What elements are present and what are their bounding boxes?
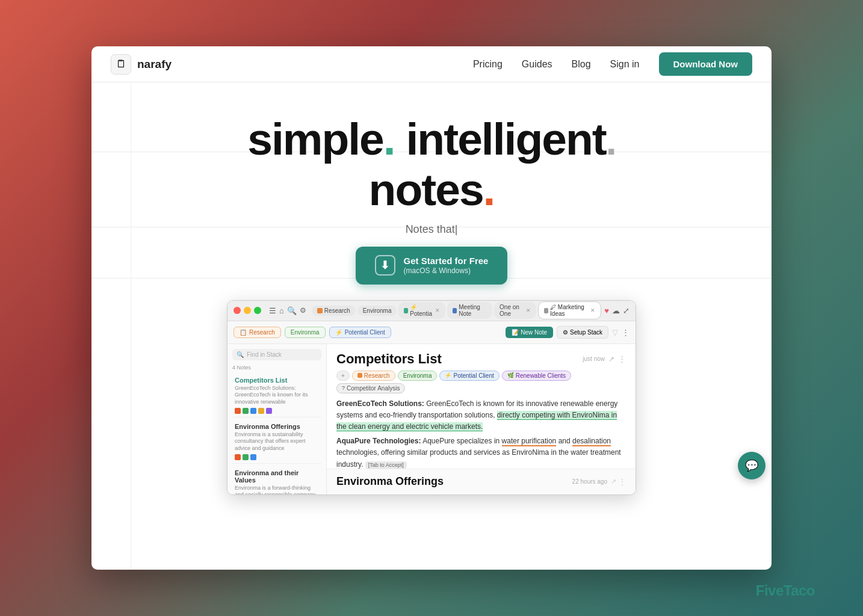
new-note-button[interactable]: 📝 New Note bbox=[506, 327, 553, 338]
list-item[interactable]: Competitors List GreenEcoTech Solutions:… bbox=[232, 374, 321, 417]
list-item[interactable]: Environma and their Values Environma is … bbox=[232, 466, 321, 494]
dot3: . bbox=[483, 164, 495, 215]
tb-icon-cloud: ☁ bbox=[612, 306, 620, 315]
app-tab-potentia[interactable]: ⚡ Potentia ✕ bbox=[398, 302, 445, 319]
sidebar-search[interactable]: 🔍 Find in Stack bbox=[232, 349, 321, 360]
get-started-button[interactable]: ⬇ Get Started for Free (macOS & Windows) bbox=[356, 247, 508, 285]
sidebar: 🔍 Find in Stack 4 Notes Competitors List… bbox=[227, 344, 327, 494]
tag-research[interactable]: Research bbox=[352, 371, 395, 381]
tab-accept-badge: [Tab to Accept] bbox=[365, 461, 407, 469]
stack-tag-environma[interactable]: Environma bbox=[285, 327, 326, 338]
stack-tag-research[interactable]: 📋 Research bbox=[234, 327, 281, 338]
app-tab-meeting[interactable]: Meeting Note bbox=[447, 302, 492, 319]
setup-label: Setup Stack bbox=[570, 329, 602, 336]
hero-word-intelligent: intelligent bbox=[406, 114, 606, 164]
note-content: Competitors List just now ↗ ⋮ + bbox=[327, 344, 636, 494]
aquapure-text2: technologies, offering similar products … bbox=[336, 448, 605, 457]
add-tag-button[interactable]: + bbox=[336, 371, 350, 381]
note-para-2: AquaPure Technologies: AquePure speciali… bbox=[336, 436, 626, 469]
setup-stack-button[interactable]: ⚙ Setup Stack bbox=[557, 326, 608, 339]
note-2-preview-strip[interactable]: Environma Offerings 22 hours ago ↗ ⋮ bbox=[327, 469, 636, 494]
new-note-icon: 📝 bbox=[512, 329, 519, 336]
hero-title-line1: simple. intelligent. bbox=[247, 116, 616, 163]
cta-main-text: Get Started for Free bbox=[404, 255, 489, 267]
tag-potential-client[interactable]: ⚡ Potential Client bbox=[439, 371, 499, 381]
toolbar-right: 📝 New Note ⚙ Setup Stack ▽ ⋮ bbox=[506, 326, 629, 339]
toolbar-icon-heart: ▽ bbox=[612, 328, 618, 337]
hero-title-line2: notes. bbox=[247, 166, 616, 214]
hero-word-notes: notes bbox=[369, 164, 483, 215]
tab-marketing-label: 🖊 Marketing Ideas bbox=[550, 304, 589, 317]
tb-icon-settings: ⚙ bbox=[300, 306, 306, 315]
logo-text: narafy bbox=[137, 58, 172, 71]
cta-sub-text: (macOS & Windows) bbox=[404, 266, 471, 276]
note-timestamp: just now bbox=[583, 356, 605, 362]
note-tags: + Research Environma ⚡ Potential Client … bbox=[336, 371, 626, 393]
hero-section: simple. intelligent. notes. Notes that| … bbox=[247, 116, 616, 285]
notes-count: 4 Notes bbox=[232, 365, 321, 371]
nav-guides[interactable]: Guides bbox=[522, 59, 552, 70]
traffic-light-green[interactable] bbox=[254, 307, 261, 314]
search-icon: 🔍 bbox=[237, 351, 244, 358]
note2-icon-more: ⋮ bbox=[619, 478, 626, 486]
stack-research-label: Research bbox=[249, 329, 275, 336]
chat-icon: 💬 bbox=[745, 459, 758, 472]
traffic-light-yellow[interactable] bbox=[244, 307, 251, 314]
nav-signin[interactable]: Sign in bbox=[610, 59, 640, 70]
note-icon-more: ⋮ bbox=[618, 354, 626, 363]
setup-icon: ⚙ bbox=[563, 329, 568, 336]
note-main-title: Competitors List bbox=[336, 351, 442, 367]
tag-renewable[interactable]: 🌿 Renewable Clients bbox=[502, 371, 571, 381]
dot1: . bbox=[383, 114, 395, 164]
bottom-brand: FiveTaco bbox=[756, 582, 815, 599]
app-tab-oneonone[interactable]: One on One ✕ bbox=[494, 302, 536, 319]
note2-timestamp: 22 hours ago bbox=[572, 478, 607, 485]
chat-bubble[interactable]: 💬 bbox=[738, 452, 766, 479]
tab-research-label: Research bbox=[324, 307, 350, 314]
app-screenshot: ☰ ⌂ 🔍 ⚙ Research Environma bbox=[227, 300, 636, 495]
tag-competitor[interactable]: ? Competitor Analysis bbox=[336, 383, 405, 393]
cta-text-container: Get Started for Free (macOS & Windows) bbox=[404, 255, 489, 276]
v-rule-left bbox=[131, 82, 131, 570]
download-now-button[interactable]: Download Now bbox=[659, 52, 753, 76]
app-toolbar: 📋 Research Environma ⚡ Potential Client … bbox=[227, 321, 636, 344]
tb-icon-expand: ⤢ bbox=[623, 306, 629, 315]
app-tab-environma[interactable]: Environma bbox=[357, 306, 397, 316]
nav-pricing[interactable]: Pricing bbox=[473, 59, 503, 70]
app-body: 🔍 Find in Stack 4 Notes Competitors List… bbox=[227, 344, 636, 494]
hero-subtitle: Notes that| bbox=[247, 223, 616, 236]
stack-tag-potential[interactable]: ⚡ Potential Client bbox=[329, 327, 391, 338]
traffic-light-red[interactable] bbox=[234, 307, 241, 314]
note-para-1: GreenEcoTech Solutions: GreenEcoTech is … bbox=[336, 398, 626, 433]
logo-icon: 🗒 bbox=[111, 54, 131, 75]
greenecotech-bold: GreenEcoTech Solutions: bbox=[336, 399, 424, 408]
search-placeholder: Find in Stack bbox=[247, 351, 282, 358]
tab-potentia-label: ⚡ Potentia bbox=[410, 304, 433, 317]
logo[interactable]: 🗒 narafy bbox=[111, 54, 172, 75]
stack-potential-label: Potential Client bbox=[345, 329, 385, 336]
note-3-preview: Environma is a forward-thinking and soci… bbox=[235, 485, 319, 494]
tb-icon-search: 🔍 bbox=[287, 306, 297, 315]
new-note-label: New Note bbox=[521, 329, 547, 336]
app-tab-research[interactable]: Research bbox=[312, 306, 356, 316]
toolbar-icon-more: ⋮ bbox=[622, 328, 629, 337]
tab-environma-label: Environma bbox=[363, 307, 392, 314]
tag-environma[interactable]: Environma bbox=[398, 371, 438, 381]
dot2: . bbox=[606, 119, 616, 163]
aquapure-and: and bbox=[558, 437, 572, 445]
main-content: simple. intelligent. notes. Notes that| … bbox=[91, 82, 772, 570]
app-tabs: Research Environma ⚡ Potentia ✕ Meet bbox=[312, 301, 601, 319]
note-1-title: Competitors List bbox=[235, 377, 319, 384]
note-2-preview: Environma is a sustainability consultanc… bbox=[235, 431, 319, 452]
tb-icon-home: ⌂ bbox=[279, 306, 284, 315]
nav-blog[interactable]: Blog bbox=[572, 59, 591, 70]
tab-meeting-label: Meeting Note bbox=[459, 304, 487, 317]
stack-environma-label: Environma bbox=[291, 329, 320, 336]
aquapure-text1: AquePure specializes in bbox=[422, 437, 501, 445]
download-icon: ⬇ bbox=[375, 255, 395, 276]
list-item[interactable]: Environma Offerings Environma is a susta… bbox=[232, 420, 321, 464]
note-1-content: Competitors List just now ↗ ⋮ + bbox=[327, 344, 636, 469]
app-tab-marketing[interactable]: 🖊 Marketing Ideas ✕ bbox=[538, 301, 601, 319]
app-titlebar: ☰ ⌂ 🔍 ⚙ Research Environma bbox=[227, 301, 636, 321]
tab-oneonone-label: One on One bbox=[500, 304, 524, 317]
